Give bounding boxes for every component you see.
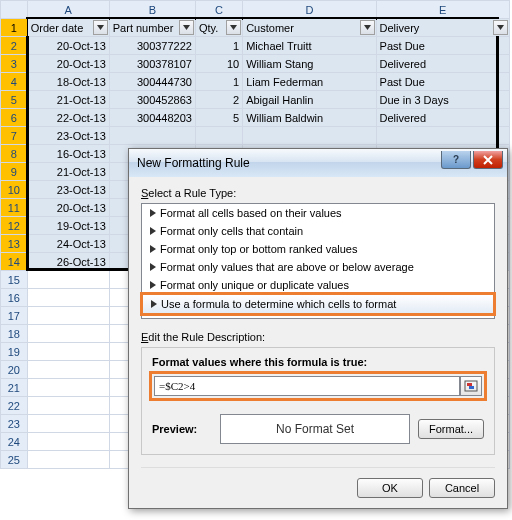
row-header[interactable]: 17 xyxy=(1,307,28,325)
rule-type-item[interactable]: Format only values that are above or bel… xyxy=(142,258,494,276)
row-header[interactable]: 4 xyxy=(1,73,28,91)
col-header-b[interactable]: B xyxy=(109,1,195,19)
table-header-cell[interactable]: Part number xyxy=(109,19,195,37)
cell[interactable] xyxy=(27,325,109,343)
rule-type-item-selected[interactable]: Use a formula to determine which cells t… xyxy=(142,294,494,314)
cell[interactable]: 26-Oct-13 xyxy=(27,253,109,271)
ok-button[interactable]: OK xyxy=(357,478,423,498)
row-header[interactable]: 16 xyxy=(1,289,28,307)
row-header[interactable]: 9 xyxy=(1,163,28,181)
row-header[interactable]: 6 xyxy=(1,109,28,127)
cell[interactable] xyxy=(243,127,376,145)
cell[interactable]: Abigail Hanlin xyxy=(243,91,376,109)
cell[interactable]: 300444730 xyxy=(109,73,195,91)
row-header[interactable]: 20 xyxy=(1,361,28,379)
row-header[interactable]: 25 xyxy=(1,451,28,469)
cell[interactable]: 21-Oct-13 xyxy=(27,91,109,109)
cell[interactable] xyxy=(27,379,109,397)
cell[interactable] xyxy=(195,127,242,145)
close-button[interactable] xyxy=(473,151,503,169)
rule-type-item[interactable]: Format only unique or duplicate values xyxy=(142,276,494,294)
rule-type-item[interactable]: Format all cells based on their values xyxy=(142,204,494,222)
cell[interactable] xyxy=(109,127,195,145)
cell[interactable]: Due in 3 Days xyxy=(376,91,509,109)
table-header-cell[interactable]: Qty. xyxy=(195,19,242,37)
cell[interactable]: 1 xyxy=(195,73,242,91)
filter-dropdown-icon[interactable] xyxy=(179,20,194,35)
cell[interactable]: Michael Truitt xyxy=(243,37,376,55)
rule-type-list[interactable]: Format all cells based on their values F… xyxy=(141,203,495,319)
table-header-cell[interactable]: Order date xyxy=(27,19,109,37)
cell[interactable]: Liam Federman xyxy=(243,73,376,91)
cell[interactable] xyxy=(27,433,109,451)
cell[interactable]: William Stang xyxy=(243,55,376,73)
row-header[interactable]: 15 xyxy=(1,271,28,289)
col-header-d[interactable]: D xyxy=(243,1,376,19)
formula-input[interactable] xyxy=(154,376,460,396)
filter-dropdown-icon[interactable] xyxy=(360,20,375,35)
cell[interactable]: 21-Oct-13 xyxy=(27,163,109,181)
cell[interactable] xyxy=(376,127,509,145)
table-header-cell[interactable]: Delivery xyxy=(376,19,509,37)
cell[interactable]: 20-Oct-13 xyxy=(27,199,109,217)
cell[interactable]: Delivered xyxy=(376,109,509,127)
rule-type-item[interactable]: Format only top or bottom ranked values xyxy=(142,240,494,258)
row-header[interactable]: 5 xyxy=(1,91,28,109)
cell[interactable]: 1 xyxy=(195,37,242,55)
row-header[interactable]: 23 xyxy=(1,415,28,433)
format-button[interactable]: Format... xyxy=(418,419,484,439)
cell[interactable]: 22-Oct-13 xyxy=(27,109,109,127)
rule-type-item[interactable]: Format only cells that contain xyxy=(142,222,494,240)
filter-dropdown-icon[interactable] xyxy=(493,20,508,35)
row-header[interactable]: 8 xyxy=(1,145,28,163)
row-header[interactable]: 7 xyxy=(1,127,28,145)
row-header[interactable]: 21 xyxy=(1,379,28,397)
cell[interactable]: 24-Oct-13 xyxy=(27,235,109,253)
cell[interactable] xyxy=(27,343,109,361)
cell[interactable] xyxy=(27,361,109,379)
row-header[interactable]: 11 xyxy=(1,199,28,217)
cell[interactable] xyxy=(27,271,109,289)
select-all-corner[interactable] xyxy=(1,1,28,19)
row-header[interactable]: 13 xyxy=(1,235,28,253)
row-header[interactable]: 12 xyxy=(1,217,28,235)
row-header[interactable]: 1 xyxy=(1,19,28,37)
cell[interactable]: 20-Oct-13 xyxy=(27,37,109,55)
cell[interactable]: 23-Oct-13 xyxy=(27,127,109,145)
dialog-titlebar[interactable]: New Formatting Rule ? xyxy=(129,149,507,177)
col-header-e[interactable]: E xyxy=(376,1,509,19)
cell[interactable]: Past Due xyxy=(376,73,509,91)
help-button[interactable]: ? xyxy=(441,151,471,169)
cell[interactable]: Delivered xyxy=(376,55,509,73)
row-header[interactable]: 14 xyxy=(1,253,28,271)
col-header-a[interactable]: A xyxy=(27,1,109,19)
cell[interactable] xyxy=(27,451,109,469)
cell[interactable]: 20-Oct-13 xyxy=(27,55,109,73)
filter-dropdown-icon[interactable] xyxy=(226,20,241,35)
cell[interactable]: 300377222 xyxy=(109,37,195,55)
cell[interactable] xyxy=(27,307,109,325)
row-header[interactable]: 2 xyxy=(1,37,28,55)
cell[interactable] xyxy=(27,415,109,433)
cell[interactable]: 10 xyxy=(195,55,242,73)
cell[interactable]: 300452863 xyxy=(109,91,195,109)
cancel-button[interactable]: Cancel xyxy=(429,478,495,498)
cell[interactable]: Past Due xyxy=(376,37,509,55)
row-header[interactable]: 19 xyxy=(1,343,28,361)
row-header[interactable]: 24 xyxy=(1,433,28,451)
row-header[interactable]: 22 xyxy=(1,397,28,415)
row-header[interactable]: 3 xyxy=(1,55,28,73)
table-header-cell[interactable]: Customer xyxy=(243,19,376,37)
cell[interactable]: 16-Oct-13 xyxy=(27,145,109,163)
cell[interactable] xyxy=(27,397,109,415)
cell[interactable]: William Baldwin xyxy=(243,109,376,127)
row-header[interactable]: 18 xyxy=(1,325,28,343)
cell[interactable]: 300448203 xyxy=(109,109,195,127)
cell[interactable]: 19-Oct-13 xyxy=(27,217,109,235)
filter-dropdown-icon[interactable] xyxy=(93,20,108,35)
row-header[interactable]: 10 xyxy=(1,181,28,199)
col-header-c[interactable]: C xyxy=(195,1,242,19)
collapse-dialog-icon[interactable] xyxy=(460,376,482,396)
cell[interactable]: 5 xyxy=(195,109,242,127)
cell[interactable]: 2 xyxy=(195,91,242,109)
